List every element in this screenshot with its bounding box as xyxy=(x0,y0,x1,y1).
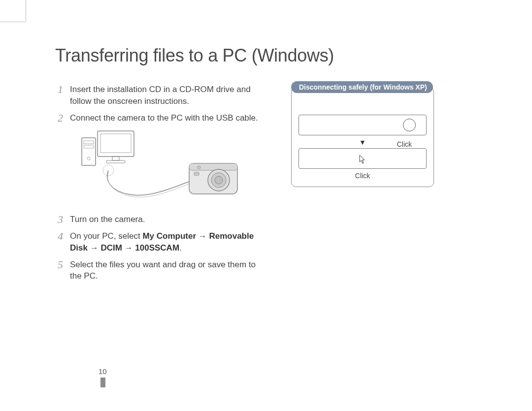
step-number: 4 xyxy=(55,230,63,242)
period: . xyxy=(179,243,182,253)
svg-point-15 xyxy=(198,166,200,169)
arrow: → xyxy=(88,243,100,253)
pc-camera-illustration xyxy=(72,129,239,208)
step-3: 3 Turn on the camera. xyxy=(55,214,266,225)
step4-dcim: DCIM xyxy=(100,243,122,253)
svg-rect-14 xyxy=(194,172,199,175)
systray-box xyxy=(299,115,427,135)
step-number: 2 xyxy=(55,112,63,124)
step-4: 4 On your PC, select My Computer → Remov… xyxy=(55,230,266,254)
popup-box xyxy=(299,148,427,169)
arrow: → xyxy=(196,231,209,241)
disconnect-safely-box: Disconnecting safely (for Windows XP) Cl… xyxy=(291,87,434,187)
svg-rect-6 xyxy=(84,145,94,148)
right-column: Disconnecting safely (for Windows XP) Cl… xyxy=(291,84,502,287)
left-column: 1 Insert the installation CD in a CD-ROM… xyxy=(55,84,266,287)
svg-rect-2 xyxy=(112,157,119,160)
page-number: 10 xyxy=(99,367,107,376)
step-text: On your PC, select My Computer → Removab… xyxy=(70,230,266,254)
step-5: 5 Select the files you want and drag or … xyxy=(55,259,266,283)
svg-rect-1 xyxy=(100,134,131,153)
step-number: 3 xyxy=(55,214,63,225)
step-1: 1 Insert the installation CD in a CD-ROM… xyxy=(55,84,266,107)
tray-icon-circle xyxy=(403,119,416,131)
svg-point-7 xyxy=(87,157,90,160)
click-label-2: Click xyxy=(299,172,427,180)
two-column-layout: 1 Insert the installation CD in a CD-ROM… xyxy=(55,84,502,287)
page-number-bar xyxy=(100,378,105,387)
step-2: 2 Connect the camera to the PC with the … xyxy=(55,112,266,124)
content-area: Transferring files to a PC (Windows) 1 I… xyxy=(55,45,502,287)
cursor-icon xyxy=(359,155,366,164)
step4-mycomputer: My Computer xyxy=(142,231,196,241)
step4-100sscam: 100SSCAM xyxy=(135,243,179,253)
step-text: Insert the installation CD in a CD-ROM d… xyxy=(70,84,266,107)
step-number: 5 xyxy=(55,259,63,271)
svg-rect-5 xyxy=(84,141,94,144)
sidebox-tab: Disconnecting safely (for Windows XP) xyxy=(291,81,433,93)
svg-rect-10 xyxy=(189,163,237,170)
step4-prefix: On your PC, select xyxy=(70,231,142,241)
corner-rule-vertical xyxy=(26,0,26,22)
step-number: 1 xyxy=(55,84,63,95)
svg-point-13 xyxy=(215,176,223,184)
usb-connection-drawing xyxy=(72,129,239,208)
step-text: Turn on the camera. xyxy=(70,214,145,225)
corner-rule-horizontal xyxy=(0,22,25,22)
step-text: Connect the camera to the PC with the US… xyxy=(70,112,258,124)
step-text: Select the files you want and drag or sa… xyxy=(70,259,266,283)
svg-rect-3 xyxy=(106,160,125,163)
manual-page: Transferring files to a PC (Windows) 1 I… xyxy=(0,0,532,411)
page-title: Transferring files to a PC (Windows) xyxy=(55,45,502,66)
click-label-1: Click xyxy=(397,140,412,148)
arrow: → xyxy=(122,243,135,253)
